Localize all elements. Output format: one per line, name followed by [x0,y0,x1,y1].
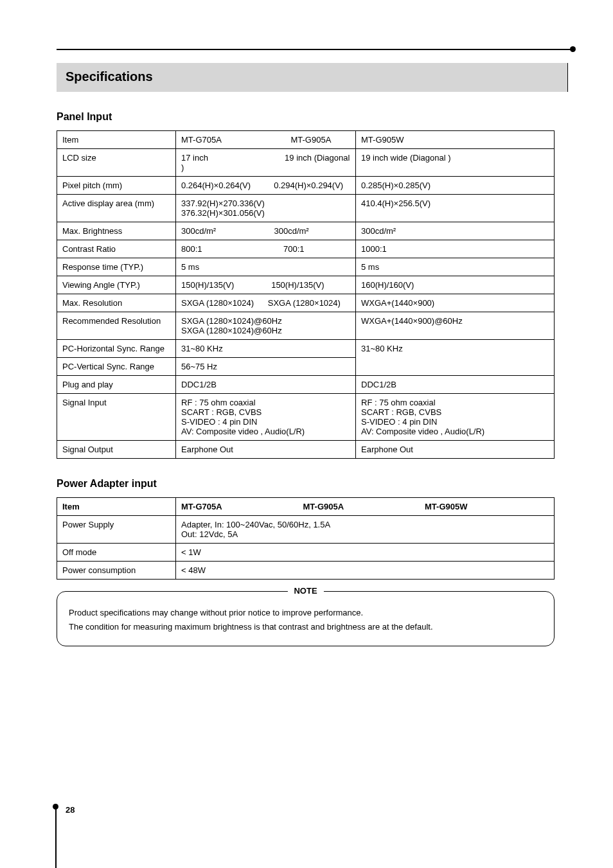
cell-value-a: 56~75 Hz [176,358,356,376]
cell-value-a: 0.264(H)×0.264(V) 0.294(H)×0.294(V) [176,177,356,195]
note-line: The condition for measuring maximum brig… [69,621,542,633]
table-row: Power consumption< 48W [57,562,555,580]
table-row: Plug and playDDC1/2BDDC1/2B [57,376,555,394]
cell-item: Signal Output [57,441,176,459]
page-number: 28 [66,805,75,815]
table-row: Signal InputRF : 75 ohm coaxial SCART : … [57,394,555,441]
table-row: Pixel pitch (mm)0.264(H)×0.264(V) 0.294(… [57,177,555,195]
table-row: Contrast Ratio800:1 700:11000:1 [57,240,555,258]
table-row: Power SupplyAdapter, In: 100~240Vac, 50/… [57,516,555,544]
cell-value-a: SXGA (1280×1024)@60Hz SXGA (1280×1024)@6… [176,312,356,340]
cell-value-w: WXGA+(1440×900)@60Hz [356,312,555,340]
cell-value-a: DDC1/2B [176,376,356,394]
table-row: Recommended ResolutionSXGA (1280×1024)@6… [57,312,555,340]
cell-value: < 48W [176,562,555,580]
cell-item: Power Supply [57,516,176,544]
cell-item: PC-Horizontal Sync. Range [57,340,176,358]
cell-item: Response time (TYP.) [57,258,176,276]
note-label: NOTE [287,586,323,596]
cell-value-w: WXGA+(1440×900) [356,294,555,312]
table-row: PC-Horizontal Sync. Range31~80 KHz31~80 … [57,340,555,358]
cell-value-a: SXGA (1280×1024) SXGA (1280×1024) [176,294,356,312]
cell-value-a: 800:1 700:1 [176,240,356,258]
cell-value-w: 1000:1 [356,240,555,258]
cell-value-w: 410.4(H)×256.5(V) [356,195,555,222]
cell-item: LCD size [57,149,176,177]
cell-value-a: 17 inch 19 inch (Diagonal ) [176,149,356,177]
cell-item: Contrast Ratio [57,240,176,258]
section-title-bar: Specifications [57,63,568,92]
vertical-rule [55,806,57,868]
header-models: MT-G705A MT-G905A MT-G905W [176,498,555,516]
cell-item: Viewing Angle (TYP.) [57,276,176,294]
cell-value-w: RF : 75 ohm coaxial SCART : RGB, CVBS S-… [356,394,555,441]
cell-value-a: Earphone Out [176,441,356,459]
cell-value-a: 150(H)/135(V) 150(H)/135(V) [176,276,356,294]
page: Specifications Panel Input Item MT-G705A… [0,0,613,868]
cell-value-w: 5 ms [356,258,555,276]
cell-item: Power consumption [57,562,176,580]
table-row: Off mode< 1W [57,544,555,562]
panel-input-table: Item MT-G705A MT-G905A MT-G905W LCD size… [57,130,555,459]
note-callout: NOTE Product specifications may change w… [57,591,555,646]
cell-value-w: DDC1/2B [356,376,555,394]
cell-value-w: 300cd/m² [356,222,555,240]
cell-value-w: 19 inch wide (Diagonal ) [356,149,555,177]
cell-value-w: 31~80 KHz [356,340,555,376]
cell-value: Adapter, In: 100~240Vac, 50/60Hz, 1.5A O… [176,516,555,544]
cell-value-a: 300cd/m² 300cd/m² [176,222,356,240]
header-model-w: MT-G905W [356,131,555,149]
cell-value-w: Earphone Out [356,441,555,459]
header-models-a: MT-G705A MT-G905A [176,131,356,149]
cell-item: Recommended Resolution [57,312,176,340]
cell-item: Plug and play [57,376,176,394]
table-row: Response time (TYP.)5 ms5 ms [57,258,555,276]
table-row: Max. ResolutionSXGA (1280×1024) SXGA (12… [57,294,555,312]
top-rule-decoration [45,37,568,57]
header-item: Item [57,498,176,516]
cell-item: PC-Vertical Sync. Range [57,358,176,376]
cell-item: Max. Brightness [57,222,176,240]
header-item: Item [57,131,176,149]
cell-item: Signal Input [57,394,176,441]
subheading-panel-input: Panel Input [57,111,568,123]
cell-value-a: 31~80 KHz [176,340,356,358]
cell-value: < 1W [176,544,555,562]
table-header-row: Item MT-G705A MT-G905A MT-G905W [57,498,555,516]
cell-item: Max. Resolution [57,294,176,312]
table-header-row: Item MT-G705A MT-G905A MT-G905W [57,131,555,149]
table-row: Viewing Angle (TYP.)150(H)/135(V) 150(H)… [57,276,555,294]
cell-item: Pixel pitch (mm) [57,177,176,195]
table-row: Signal OutputEarphone OutEarphone Out [57,441,555,459]
table-row: Active display area (mm)337.92(H)×270.33… [57,195,555,222]
section-title: Specifications [66,69,153,84]
table-row: LCD size17 inch 19 inch (Diagonal )19 in… [57,149,555,177]
cell-value-a: RF : 75 ohm coaxial SCART : RGB, CVBS S-… [176,394,356,441]
note-line: Product specifications may change withou… [69,607,542,619]
power-adapter-table: Item MT-G705A MT-G905A MT-G905W Power Su… [57,497,555,580]
cell-item: Active display area (mm) [57,195,176,222]
dot-icon [570,46,576,52]
cell-item: Off mode [57,544,176,562]
horizontal-rule [57,49,573,50]
table-row: Max. Brightness300cd/m² 300cd/m²300cd/m² [57,222,555,240]
cell-value-a: 337.92(H)×270.336(V) 376.32(H)×301.056(V… [176,195,356,222]
subheading-power-adapter: Power Adapter input [57,478,568,490]
cell-value-w: 0.285(H)×0.285(V) [356,177,555,195]
cell-value-w: 160(H)/160(V) [356,276,555,294]
cell-value-a: 5 ms [176,258,356,276]
